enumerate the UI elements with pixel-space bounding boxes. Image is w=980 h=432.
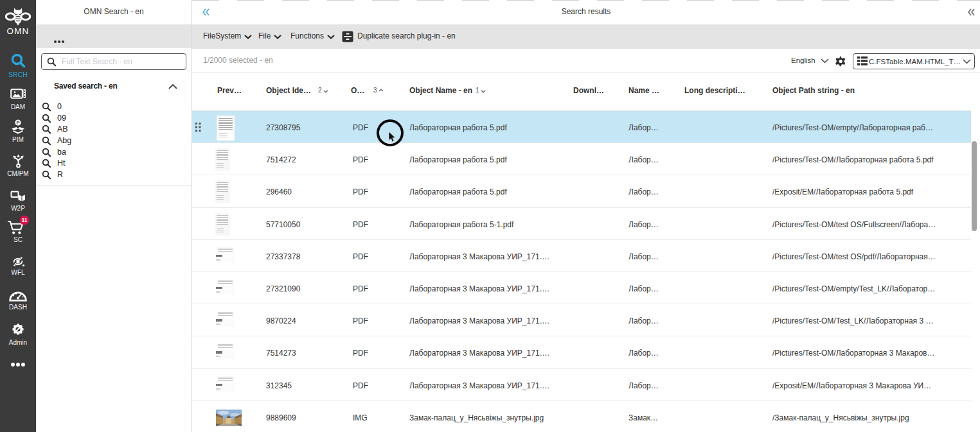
svg-text:P: P [16, 120, 19, 126]
svg-text:11: 11 [22, 217, 28, 223]
